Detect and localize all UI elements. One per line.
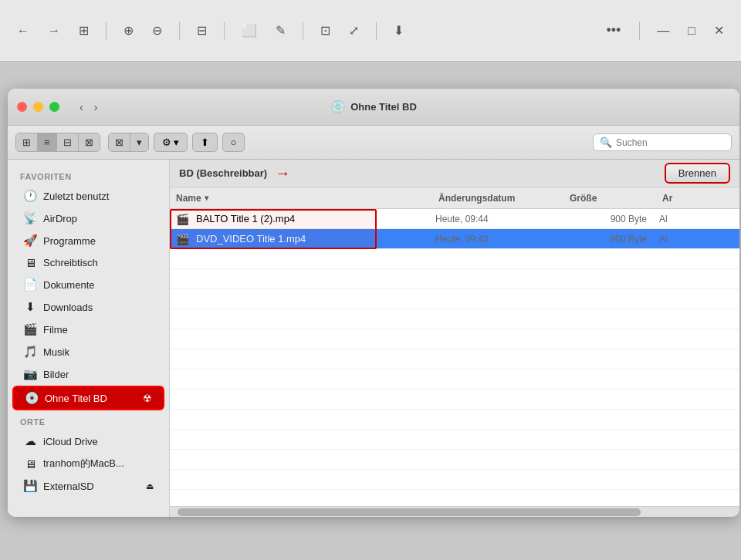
col-size-header[interactable]: Größe [570, 193, 662, 204]
horizontal-scrollbar[interactable] [170, 506, 739, 517]
recent-icon: 🕐 [23, 189, 37, 203]
maximize-button[interactable]: □ [683, 21, 700, 41]
separator-4 [303, 22, 303, 40]
tag-button[interactable]: ○ [222, 133, 245, 152]
minimize-button[interactable]: — [652, 21, 674, 41]
sidebar: Favoriten 🕐 Zuletzt benutzt 📡 AirDrop 🚀 … [8, 160, 170, 517]
tab-button[interactable]: ⬜ [237, 20, 262, 41]
separator-5 [376, 22, 377, 40]
view-cover-button[interactable]: ⊠ [109, 133, 130, 151]
sidebar-item-recent[interactable]: 🕐 Zuletzt benutzt [12, 185, 164, 207]
scrollbar-thumb[interactable] [178, 508, 641, 516]
maximize-button-finder[interactable] [49, 102, 59, 112]
downloads-icon: ⬇ [23, 300, 37, 314]
empty-row [170, 390, 739, 410]
column-headers: Name ▾ Änderungsdatum Größe Ar [170, 187, 739, 209]
tag-icon: ○ [231, 137, 237, 148]
window-title: Ohne Titel BD [350, 101, 417, 113]
restore-button[interactable]: ⊡ [316, 20, 335, 41]
minimize-button-finder[interactable] [33, 102, 43, 112]
resize-button[interactable]: ⤢ [344, 20, 364, 41]
finder-toolbar: ⊞ ≡ ⊟ ⊠ ⊠ ▾ ⚙ ▾ ⬆ ○ 🔍 [8, 126, 739, 160]
view-gallery-button[interactable]: ⊠ [79, 133, 100, 151]
music-icon: 🎵 [23, 345, 37, 359]
nav-forward-button[interactable]: › [90, 99, 103, 116]
sidebar-item-macbook[interactable]: 🖥 tranhom的MacB... [12, 453, 164, 474]
location-name: BD (Beschreibbar) [179, 167, 267, 179]
file-date: Heute, 09:43 [435, 234, 567, 245]
view-column-button[interactable]: ⊟ [57, 133, 79, 151]
documents-icon: 📄 [23, 278, 37, 292]
search-icon: 🔍 [600, 137, 612, 148]
forward-button[interactable]: → [43, 21, 65, 41]
external-icon: 💾 [23, 479, 37, 493]
sidebar-item-documents[interactable]: 📄 Dokumente [12, 274, 164, 295]
view-group: ⊞ ≡ ⊟ ⊠ [15, 133, 100, 152]
edit-button[interactable]: ✎ [271, 20, 290, 41]
file-row[interactable]: 🎬 BALTO Title 1 (2).mp4 Heute, 09:44 900… [170, 209, 739, 229]
sidebar-item-bd[interactable]: 💿 Ohne Titel BD ☢ [12, 386, 164, 410]
empty-row [170, 450, 739, 470]
view-dropdown-button[interactable]: ▾ [130, 133, 148, 151]
back-button[interactable]: ← [12, 21, 34, 41]
empty-row [170, 329, 739, 349]
title-bar: ‹ › 💿 Ohne Titel BD [8, 89, 739, 126]
view-icon-button[interactable]: ⊞ [16, 133, 38, 151]
file-row[interactable]: 🎬 DVD_VIDEO Title 1.mp4 Heute, 09:43 900… [170, 229, 739, 249]
browser-toolbar: ← → ⊞ ⊕ ⊖ ⊟ ⬜ ✎ ⊡ ⤢ ⬇ ••• — □ ✕ [0, 0, 741, 62]
window-controls [17, 102, 59, 112]
nav-back-button[interactable]: ‹ [75, 99, 88, 116]
sidebar-item-movies[interactable]: 🎬 Filme [12, 319, 164, 340]
photos-icon: 📷 [23, 367, 37, 381]
download-button[interactable]: ⬇ [389, 20, 408, 41]
sort-arrow-icon: ▾ [205, 194, 208, 202]
empty-row [170, 269, 739, 289]
view-list-button[interactable]: ≡ [38, 133, 57, 151]
sidebar-item-applications[interactable]: 🚀 Programme [12, 230, 164, 251]
search-input[interactable] [616, 137, 724, 148]
col-name-header[interactable]: Name ▾ [176, 193, 438, 204]
sidebar-item-airdrop[interactable]: 📡 AirDrop [12, 207, 164, 229]
sidebar-item-label: AirDrop [43, 213, 77, 224]
zoom-in-button[interactable]: ⊕ [119, 20, 138, 41]
sidebar-item-icloud[interactable]: ☁ iCloud Drive [12, 430, 164, 452]
file-author: Al [659, 214, 733, 224]
sidebar-item-desktop[interactable]: 🖥 Schreibtisch [12, 252, 164, 273]
col-date-header[interactable]: Änderungsdatum [438, 193, 570, 204]
sidebar-item-external[interactable]: 💾 ExternalSD ⏏ [12, 475, 164, 497]
sidebar-item-photos[interactable]: 📷 Bilder [12, 363, 164, 385]
eject-icon: ⏏ [146, 481, 154, 491]
sidebar-item-label: Dokumente [43, 279, 94, 291]
file-icon: 🎬 [176, 233, 191, 245]
separator-2 [179, 22, 180, 40]
sidebar-item-label: Zuletzt benutzt [43, 191, 109, 202]
brennen-button[interactable]: Brennen [665, 163, 730, 184]
grid-button[interactable]: ⊞ [74, 20, 93, 41]
sidebar-item-music[interactable]: 🎵 Musik [12, 341, 164, 363]
separator-1 [106, 22, 107, 40]
empty-row [170, 289, 739, 309]
action-button[interactable]: ⚙ ▾ [154, 133, 188, 152]
close-button[interactable] [17, 102, 27, 112]
location-bar: BD (Beschreibbar) → Brennen [170, 160, 739, 187]
more-options-button[interactable]: ••• [600, 19, 627, 42]
window-close-button[interactable]: ✕ [709, 20, 729, 41]
col-author-header[interactable]: Ar [662, 193, 733, 204]
expand-button[interactable]: ⊟ [192, 20, 211, 41]
share-button[interactable]: ⬆ [192, 133, 218, 152]
finder-window: ‹ › 💿 Ohne Titel BD ⊞ ≡ ⊟ ⊠ ⊠ ▾ ⚙ ▾ ⬆ ○ [8, 89, 739, 517]
sidebar-item-label: tranhom的MacB... [43, 457, 124, 471]
orte-label: Orte [8, 411, 169, 430]
sidebar-item-label: Ohne Titel BD [45, 393, 107, 404]
movies-icon: 🎬 [23, 322, 37, 336]
file-date: Heute, 09:44 [435, 214, 567, 224]
zoom-out-button[interactable]: ⊖ [147, 20, 167, 41]
file-icon: 🎬 [176, 213, 191, 225]
search-box[interactable]: 🔍 [593, 133, 732, 151]
gear-icon: ⚙ [162, 137, 171, 148]
arrow-indicator: → [275, 164, 290, 182]
file-rows: 🎬 BALTO Title 1 (2).mp4 Heute, 09:44 900… [170, 209, 739, 506]
sidebar-item-downloads[interactable]: ⬇ Downloads [12, 296, 164, 318]
disc-icon: 💿 [330, 100, 346, 114]
empty-row [170, 309, 739, 329]
